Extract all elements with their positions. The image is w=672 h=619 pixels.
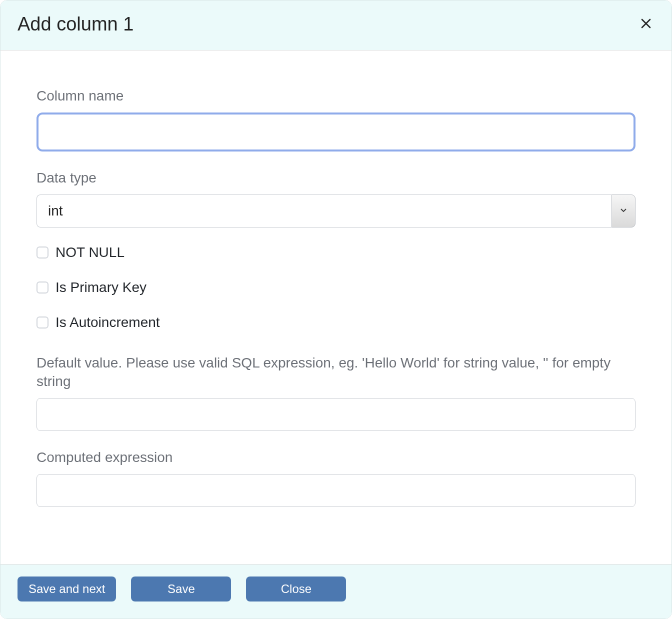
primary-key-label: Is Primary Key [56,280,146,296]
data-type-combo [36,194,636,228]
computed-expression-label: Computed expression [36,448,636,467]
default-value-label: Default value. Please use valid SQL expr… [36,354,636,392]
default-value-input[interactable] [36,398,636,431]
dialog-body: Column name Data type NOT NULL Is Primar… [0,50,672,564]
not-null-checkbox[interactable] [36,246,48,258]
dialog-footer: Save and next Save Close [0,564,672,618]
field-column-name: Column name [36,86,636,152]
field-default-value: Default value. Please use valid SQL expr… [36,354,636,432]
data-type-dropdown-button[interactable] [612,194,636,228]
checkbox-row-not-null: NOT NULL [36,244,636,260]
data-type-label: Data type [36,168,636,188]
dialog-title: Add column 1 [18,14,134,35]
autoincrement-label: Is Autoincrement [56,314,160,330]
column-name-label: Column name [36,86,636,106]
column-name-input[interactable] [36,112,636,152]
save-button[interactable]: Save [131,576,231,602]
close-icon[interactable] [638,14,654,34]
data-type-input[interactable] [36,194,612,228]
not-null-label: NOT NULL [56,244,124,260]
save-and-next-button[interactable]: Save and next [18,576,116,602]
autoincrement-checkbox[interactable] [36,316,48,328]
field-computed-expression: Computed expression [36,448,636,507]
checkbox-row-primary-key: Is Primary Key [36,280,636,296]
dialog-header: Add column 1 [0,0,672,50]
checkbox-row-autoincrement: Is Autoincrement [36,314,636,330]
chevron-down-icon [620,206,627,216]
add-column-dialog: Add column 1 Column name Data type NOT N [0,0,672,619]
primary-key-checkbox[interactable] [36,282,48,294]
close-button[interactable]: Close [246,576,346,602]
field-data-type: Data type [36,168,636,228]
computed-expression-input[interactable] [36,474,636,507]
